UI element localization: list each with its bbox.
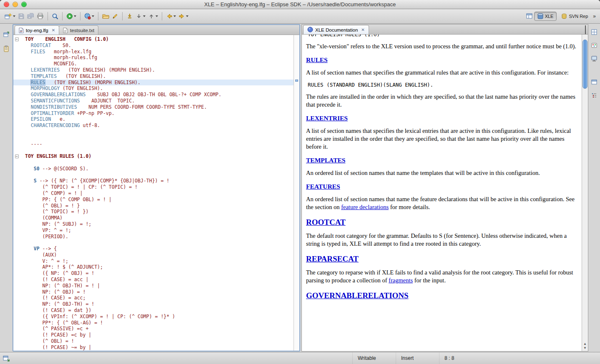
editor-line: VP --> { [13, 246, 294, 252]
doc-heading-reparsecat[interactable]: REPARSECAT [306, 254, 577, 264]
status-writable: Writable [352, 352, 396, 364]
editor-line: NP: (^ SUBJ) = !; [13, 221, 294, 227]
minimize-window-button[interactable] [13, 2, 18, 7]
close-window-button[interactable] [4, 2, 9, 7]
editor-content[interactable]: −TOY ENGLISH CONFIG (1.0) ROOTCAT S0. FI… [13, 35, 294, 351]
editor-line-text: OPTIMALITYORDER +PP-np PP-vp. [20, 110, 115, 117]
editor-line-text: (PERIOD). [20, 234, 68, 240]
fold-column [13, 326, 20, 332]
next-annotation-button[interactable] [134, 11, 147, 22]
status-insert-mode: Insert [396, 352, 439, 364]
editor-line-text: (^ OBL) = ! [20, 338, 74, 344]
dropdown-arrow-icon[interactable] [13, 15, 15, 17]
clipboard-view-button[interactable] [2, 44, 11, 53]
doc-scrollbar-thumb[interactable] [582, 40, 587, 89]
fold-column [13, 338, 20, 344]
fold-column [13, 283, 20, 289]
tab-testsuite-txt[interactable]: testsuite.txt [59, 25, 98, 35]
fold-column [13, 190, 20, 197]
dropdown-arrow-icon[interactable] [143, 15, 146, 17]
maximize-view-button[interactable] [585, 27, 586, 34]
toolbar-separator [48, 12, 48, 20]
toolbar-overflow-chevron[interactable]: » [592, 13, 597, 19]
web-browser-button[interactable] [83, 11, 95, 22]
dropdown-arrow-icon[interactable] [92, 15, 94, 17]
doc-heading-features[interactable]: FEATURES [306, 183, 577, 190]
mark-occurrences-button[interactable] [110, 11, 120, 22]
fold-column [13, 307, 20, 314]
grid-view-button[interactable] [590, 27, 599, 37]
editor-tab-bar: toy-eng.lfg✕testsuite.txt [13, 25, 299, 35]
status-fields: Writable Insert 8 : 8 [352, 352, 482, 364]
run-external-tools-button[interactable] [65, 11, 78, 22]
dropdown-arrow-icon[interactable] [173, 15, 176, 17]
palette-view-button[interactable] [590, 41, 599, 50]
console-view-icon [591, 55, 597, 62]
dropdown-arrow-icon[interactable] [156, 15, 158, 17]
open-perspective-icon[interactable] [526, 13, 533, 20]
perspective-button-xle[interactable]: XLE [534, 12, 557, 21]
doc-scrollbar[interactable]: ▲ ▼ [582, 35, 588, 351]
previous-annotation-button[interactable] [147, 11, 159, 22]
print-button[interactable] [35, 11, 45, 22]
title-bar[interactable]: XLE – English/toy-eng.lfg – Eclipse SDK … [0, 0, 600, 9]
editor-line: GOVERNABLERELATIONS SUBJ OBJ OBJ2 OBJ-TH… [13, 92, 294, 98]
last-edit-location-button[interactable] [125, 11, 134, 22]
xle-doc-icon [307, 27, 313, 33]
new-wizard-button[interactable] [3, 11, 17, 22]
fast-view-dock-icon[interactable] [3, 354, 10, 364]
perspective-bar: XLESVN Rep» [526, 12, 597, 21]
close-icon[interactable]: ✕ [361, 28, 364, 32]
search-button[interactable] [50, 11, 60, 22]
doc-inline-link[interactable]: fragments [389, 277, 413, 284]
open-task-button[interactable] [101, 11, 110, 22]
tab-xle-documentation[interactable]: XLE Documentation ✕ [303, 25, 369, 34]
save-all-button [26, 11, 35, 22]
doc-text: The rules are installed in the order in … [306, 93, 575, 108]
overview-ruler[interactable] [294, 35, 299, 351]
doc-heading-rootcat[interactable]: ROOTCAT [306, 218, 577, 227]
editor-line: (! PCASE) =c by | [13, 332, 294, 338]
doc-code-sample: RULES (STANDARD ENGLISH)(SLANG ENGLISH). [306, 82, 577, 88]
editor-line: (^ TOPIC) = ! }) [13, 209, 294, 215]
zoom-window-button[interactable] [21, 2, 27, 7]
outline-view-button[interactable] [590, 91, 599, 100]
fold-column [13, 166, 20, 172]
dropdown-arrow-icon[interactable] [186, 15, 188, 17]
fold-toggle-icon[interactable]: − [15, 37, 19, 41]
fold-column [13, 61, 20, 67]
restore-views-button[interactable] [2, 30, 11, 39]
console-view-button[interactable] [590, 54, 599, 63]
fold-column [13, 264, 20, 270]
editor-line: (^ TOPIC) = ! | CP: (^ TOPIC) = ! [13, 184, 294, 190]
doc-heading-lexentries[interactable]: LEXENTRIES [306, 115, 577, 122]
scroll-up-icon[interactable]: ▲ [583, 342, 587, 346]
doc-text: A list of section names that specifies t… [306, 127, 571, 150]
fold-toggle-icon[interactable]: − [15, 155, 19, 158]
fold-column [13, 320, 20, 326]
occurrence-marker[interactable] [295, 80, 298, 82]
forward-button[interactable] [177, 11, 190, 22]
editor-line-text: V: ^ = !; [20, 258, 68, 264]
editor-line-text: MORPHOLOGY (TOY ENGLISH). [20, 85, 103, 92]
editor-line-text: VP: ^ = !; [20, 227, 71, 234]
editor-line: CHARACTERENCODING utf-8. [13, 122, 294, 129]
doc-heading-rules[interactable]: RULES [306, 56, 577, 64]
perspective-button-svn-rep[interactable]: SVN Rep [558, 12, 591, 21]
close-icon[interactable]: ✕ [52, 28, 55, 32]
fold-column [13, 209, 20, 215]
back-button[interactable] [165, 11, 177, 22]
doc-text: A list of section names that specifies t… [306, 69, 569, 76]
window-title: XLE – English/toy-eng.lfg – Eclipse SDK … [0, 1, 600, 7]
editor-line-text: TEMPLATES (TOY ENGLISH). [20, 73, 106, 80]
fold-column [13, 160, 20, 166]
scroll-down-icon[interactable]: ▼ [583, 347, 587, 350]
doc-inline-link[interactable]: feature declarations [341, 204, 389, 210]
window-view-button[interactable] [590, 77, 599, 87]
editor-line-text: (! CASE) = acc; [20, 295, 85, 301]
editor-line-text: (^ PASSIVE) =c + [20, 326, 88, 332]
doc-heading-governablerelations[interactable]: GOVERNABLERELATIONS [306, 291, 577, 300]
doc-heading-templates[interactable]: TEMPLATES [306, 157, 577, 164]
dropdown-arrow-icon[interactable] [74, 15, 76, 17]
tab-toy-eng-lfg[interactable]: toy-eng.lfg✕ [15, 25, 59, 35]
